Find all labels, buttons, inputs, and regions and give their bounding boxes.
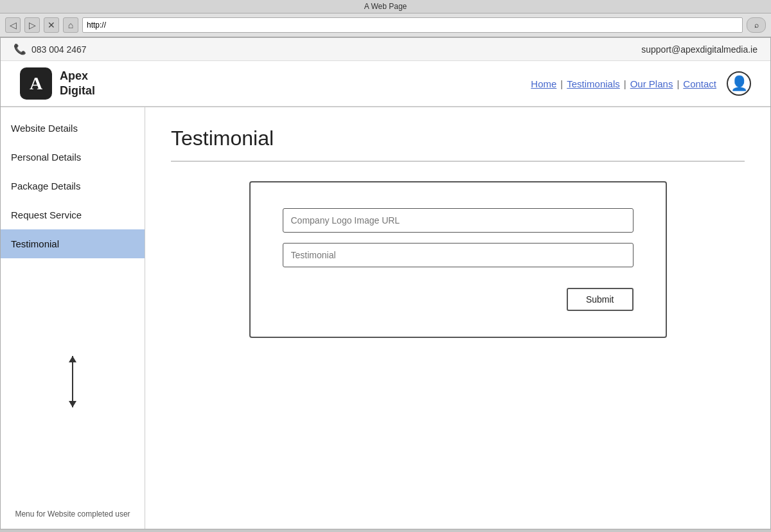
submit-button[interactable]: Submit xyxy=(567,288,634,311)
close-button[interactable]: ✕ xyxy=(44,17,59,33)
address-bar[interactable] xyxy=(82,17,743,33)
info-bar: 📞 083 004 2467 support@apexdigitalmedia.… xyxy=(1,38,770,61)
content-area: Testimonial Submit xyxy=(145,107,770,529)
testimonial-input[interactable] xyxy=(283,243,634,267)
sidebar-item-personal-details[interactable]: Personal Details xyxy=(1,143,145,172)
search-icon: ⌕ xyxy=(754,21,759,30)
user-account-icon[interactable]: 👤 xyxy=(727,71,751,96)
sidebar-item-testimonial[interactable]: Testimonial xyxy=(1,229,145,258)
phone-number: 083 004 2467 xyxy=(31,44,87,55)
page-title: Testimonial xyxy=(171,127,745,150)
sidebar: Website Details Personal Details Package… xyxy=(1,107,145,529)
sidebar-item-website-details[interactable]: Website Details xyxy=(1,114,145,143)
back-button[interactable]: ◁ xyxy=(5,17,21,33)
nav-link-our-plans[interactable]: Our Plans xyxy=(630,78,673,89)
brand-name: Apex Digital xyxy=(60,69,95,99)
sidebar-item-request-service[interactable]: Request Service xyxy=(1,200,145,229)
testimonial-form: Submit xyxy=(249,181,667,338)
bidirectional-arrow xyxy=(72,356,73,407)
nav-sep-3: | xyxy=(677,78,679,89)
email-address: support@apexdigitalmedia.ie xyxy=(641,44,758,55)
main-layout: Website Details Personal Details Package… xyxy=(1,107,770,529)
title-divider xyxy=(171,161,745,162)
sidebar-item-package-details[interactable]: Package Details xyxy=(1,172,145,200)
search-button[interactable]: ⌕ xyxy=(747,17,766,33)
browser-title-bar: A Web Page xyxy=(0,0,771,13)
company-logo-url-input[interactable] xyxy=(283,208,634,233)
browser-toolbar: ◁ ▷ ✕ ⌂ ⌕ xyxy=(0,13,771,37)
page-wrapper: 📞 083 004 2467 support@apexdigitalmedia.… xyxy=(0,37,771,529)
sidebar-arrow-area xyxy=(1,258,145,504)
forward-button[interactable]: ▷ xyxy=(24,17,40,33)
home-button[interactable]: ⌂ xyxy=(63,17,78,33)
nav-sep-2: | xyxy=(624,78,626,89)
sidebar-note: Menu for Website completed user xyxy=(1,504,145,529)
nav-link-home[interactable]: Home xyxy=(531,78,556,89)
nav-area: Home | Testimonials | Our Plans | Contac… xyxy=(531,71,751,96)
nav-link-contact[interactable]: Contact xyxy=(683,78,716,89)
submit-row: Submit xyxy=(283,288,634,311)
phone-container: 📞 083 004 2467 xyxy=(13,43,87,55)
browser-title: A Web Page xyxy=(364,2,407,11)
nav-sep-1: | xyxy=(560,78,563,89)
logo-icon: A xyxy=(20,67,52,100)
header: A Apex Digital Home | Testimonials | Our… xyxy=(1,61,770,107)
logo-area: A Apex Digital xyxy=(20,67,95,100)
phone-icon: 📞 xyxy=(13,43,26,55)
nav-link-testimonials[interactable]: Testimonials xyxy=(567,78,620,89)
